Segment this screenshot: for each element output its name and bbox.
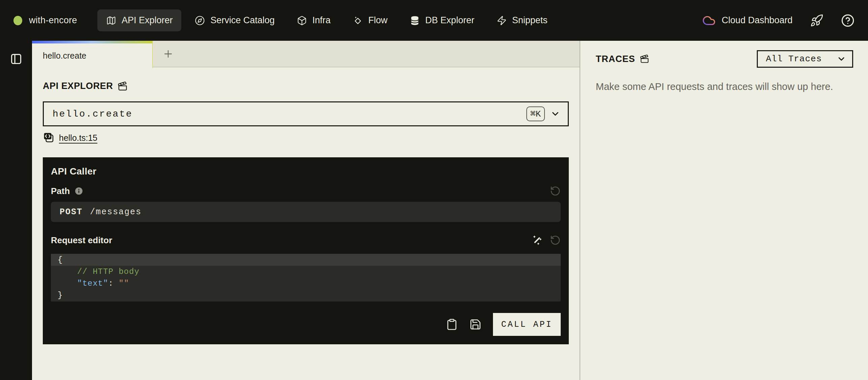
nav-item-label: DB Explorer: [425, 15, 474, 26]
flow-icon: [353, 15, 363, 26]
code-line: "text": "": [51, 278, 561, 289]
app-name: with-encore: [29, 15, 77, 26]
api-caller-card: API Caller Path: [43, 157, 569, 344]
path-label: Path: [51, 186, 70, 196]
info-icon[interactable]: [74, 187, 83, 195]
help-icon: [841, 14, 855, 27]
nav-item-service-catalog[interactable]: Service Catalog: [186, 9, 283, 31]
request-body-editor[interactable]: { // HTTP body "text": "" }: [51, 254, 561, 302]
api-caller-actions: CALL API: [51, 313, 561, 336]
http-method: POST: [60, 207, 83, 217]
cloud-dashboard-button[interactable]: Cloud Dashboard: [702, 14, 793, 27]
code-comment: // HTTP body: [77, 267, 140, 276]
clipboard-icon: [446, 318, 458, 330]
save-icon: [469, 318, 482, 330]
magic-wand-icon: [532, 235, 542, 246]
traces-empty-message: Make some API requests and traces will s…: [596, 81, 853, 92]
copy-request-button[interactable]: [446, 318, 458, 330]
path-row: Path: [51, 186, 561, 196]
sidebar-toggle-button[interactable]: [10, 52, 23, 66]
nav-item-label: API Explorer: [122, 15, 173, 26]
save-request-button[interactable]: [469, 318, 482, 330]
call-api-button[interactable]: CALL API: [493, 313, 561, 336]
api-caller-title: API Caller: [51, 166, 561, 177]
code-line: }: [51, 289, 561, 301]
cube-icon: [297, 15, 307, 26]
code-key: "text": [77, 279, 108, 288]
path-row-actions: [550, 186, 561, 196]
traces-filter-select[interactable]: All Traces: [757, 50, 853, 68]
main-panel: hello.create API EXPLORER: [32, 41, 580, 380]
traces-filter-value: All Traces: [766, 54, 822, 64]
app-status-dot: [13, 16, 22, 25]
plus-icon: [162, 48, 174, 60]
new-tab-button[interactable]: [153, 41, 184, 67]
nav-item-label: Flow: [368, 15, 388, 26]
panel-left-icon: [10, 53, 23, 65]
map-icon: [106, 15, 116, 26]
section-title-row: API EXPLORER: [43, 81, 569, 91]
tab-hello-create[interactable]: hello.create: [32, 41, 153, 68]
onboarding-rocket-button[interactable]: [810, 14, 824, 27]
request-editor-actions: [532, 235, 561, 246]
nav-item-label: Infra: [312, 15, 331, 26]
endpoint-select[interactable]: hello.create ⌘K: [43, 101, 569, 126]
clapperboard-docs-icon[interactable]: [118, 81, 128, 91]
api-explorer-content: API EXPLORER hello.create ⌘K: [32, 67, 580, 344]
source-file-label: hello.ts:15: [59, 133, 97, 143]
nav-item-snippets[interactable]: Snippets: [488, 9, 556, 31]
compass-icon: [195, 15, 205, 26]
request-editor-label: Request editor: [51, 235, 112, 246]
code-separator: :: [108, 279, 119, 288]
endpoint-path-display: POST /messages: [51, 202, 561, 222]
nav-item-api-explorer[interactable]: API Explorer: [97, 9, 182, 31]
cloud-dashboard-label: Cloud Dashboard: [722, 15, 793, 26]
reset-icon: [550, 186, 561, 196]
cloud-icon: [702, 14, 716, 27]
endpoint-select-right: ⌘K: [526, 106, 560, 121]
app-brand: with-encore: [13, 15, 77, 26]
code-line: // HTTP body: [51, 266, 561, 278]
help-button[interactable]: [841, 14, 855, 27]
nav-item-label: Service Catalog: [210, 15, 275, 26]
code-value: "": [119, 279, 129, 288]
shortcut-badge: ⌘K: [526, 106, 545, 121]
app-shell: hello.create API EXPLORER: [0, 41, 868, 380]
http-path: /messages: [90, 207, 142, 217]
code-file-icon: [43, 132, 55, 144]
lightning-icon: [497, 15, 507, 26]
chevron-down-icon: [550, 109, 560, 119]
database-icon: [410, 15, 420, 26]
code-line: {: [51, 254, 561, 266]
topbar-right: Cloud Dashboard: [702, 14, 855, 27]
chevron-down-icon: [837, 54, 846, 64]
reset-icon: [550, 235, 561, 246]
nav-item-db-explorer[interactable]: DB Explorer: [401, 9, 483, 31]
traces-panel: TRACES All Traces Make some AP: [580, 41, 868, 380]
nav-item-infra[interactable]: Infra: [288, 9, 339, 31]
traces-title-row: TRACES: [596, 54, 649, 64]
generate-payload-button[interactable]: [532, 235, 542, 246]
traces-title: TRACES: [596, 54, 635, 64]
clapperboard-docs-icon[interactable]: [640, 54, 649, 64]
rocket-icon: [810, 14, 824, 27]
reset-request-button[interactable]: [550, 235, 561, 246]
nav-item-flow[interactable]: Flow: [344, 9, 396, 31]
nav-item-label: Snippets: [512, 15, 548, 26]
traces-header: TRACES All Traces: [596, 50, 853, 68]
page-title: API EXPLORER: [43, 81, 113, 91]
left-rail: [0, 41, 32, 380]
endpoint-selected-value: hello.create: [53, 109, 133, 119]
tab-label: hello.create: [43, 51, 86, 61]
request-editor-header: Request editor: [51, 235, 561, 246]
reset-path-button[interactable]: [550, 186, 561, 196]
tab-bar: hello.create: [32, 41, 580, 67]
source-file-link[interactable]: hello.ts:15: [43, 132, 97, 144]
top-nav-bar: with-encore API Explorer Service Catalog: [0, 0, 868, 41]
main-nav: API Explorer Service Catalog Infra: [97, 9, 556, 31]
